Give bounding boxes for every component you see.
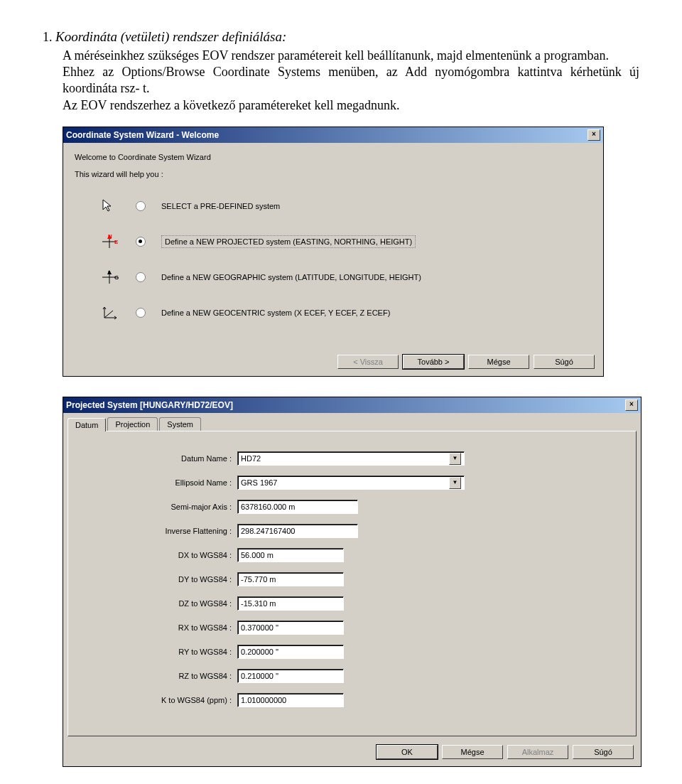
radio-geographic[interactable]: [136, 272, 146, 282]
invflat-field[interactable]: 298.247167400: [237, 524, 358, 538]
dialog-title: Projected System [HUNGARY/HD72/EOV]: [66, 400, 233, 410]
chevron-down-icon[interactable]: ▼: [449, 453, 461, 465]
globe-icon: L G: [100, 269, 120, 285]
ry-field[interactable]: 0.200000 '': [237, 645, 344, 659]
ellipsoid-combo[interactable]: GRS 1967 ▼: [237, 476, 465, 490]
svg-text:G: G: [114, 274, 119, 281]
label-ry: RY to WGS84 :: [75, 648, 237, 656]
ok-button[interactable]: OK: [377, 745, 438, 759]
option-label: Define a NEW GEOGRAPHIC system (LATITUDE…: [161, 273, 421, 281]
option-geocentric[interactable]: Define a NEW GEOCENTRIC system (X ECEF, …: [100, 305, 592, 321]
section-title: Koordináta (vetületi) rendszer definiálá…: [55, 29, 286, 44]
dx-field[interactable]: 56.000 m: [237, 548, 344, 562]
label-dx: DX to WGS84 :: [75, 551, 237, 559]
datum-panel: Datum Name : HD72 ▼ Ellipsoid Name : GRS…: [67, 431, 637, 736]
row-k: K to WGS84 (ppm) : 1.010000000: [75, 693, 629, 707]
tab-projection[interactable]: Projection: [107, 417, 158, 431]
option-label: SELECT a PRE-DEFINED system: [161, 202, 280, 210]
help-text: This wizard will help you :: [75, 170, 592, 178]
label-rz: RZ to WGS84 :: [75, 672, 237, 680]
back-button: < Vissza: [337, 355, 399, 369]
label-k: K to WGS84 (ppm) :: [75, 696, 237, 704]
row-datum-name: Datum Name : HD72 ▼: [75, 451, 629, 466]
datum-name-combo[interactable]: HD72 ▼: [237, 451, 465, 466]
label-semimajor: Semi-major Axis :: [75, 503, 237, 511]
label-invflat: Inverse Flattening :: [75, 527, 237, 535]
titlebar: Projected System [HUNGARY/HD72/EOV] ×: [63, 397, 641, 413]
chevron-down-icon[interactable]: ▼: [449, 477, 461, 489]
close-icon[interactable]: ×: [625, 399, 638, 411]
row-rz: RZ to WGS84 : 0.210000 '': [75, 669, 629, 683]
cursor-icon: [100, 198, 120, 214]
doc-heading: 1. Koordináta (vetületi) rendszer defini…: [43, 28, 639, 46]
row-rx: RX to WGS84 : 0.370000 '': [75, 621, 629, 635]
k-field[interactable]: 1.010000000: [237, 693, 344, 707]
option-projected[interactable]: N E Define a NEW PROJECTED system (EASTI…: [100, 234, 592, 249]
option-label: Define a NEW PROJECTED system (EASTING, …: [161, 235, 416, 248]
label-datum-name: Datum Name :: [75, 454, 237, 463]
rz-field[interactable]: 0.210000 '': [237, 669, 344, 683]
close-icon[interactable]: ×: [588, 129, 600, 141]
row-dz: DZ to WGS84 : -15.310 m: [75, 596, 629, 611]
tab-system[interactable]: System: [159, 417, 201, 431]
list-number: 1.: [43, 30, 53, 44]
projected-system-dialog: Projected System [HUNGARY/HD72/EOV] × Da…: [63, 397, 642, 767]
help-button[interactable]: Súgó: [573, 745, 634, 759]
option-geographic[interactable]: L G Define a NEW GEOGRAPHIC system (LATI…: [100, 269, 592, 285]
svg-text:E: E: [114, 239, 119, 245]
radio-predefined[interactable]: [136, 201, 146, 211]
tab-strip: Datum Projection System: [63, 413, 641, 431]
svg-line-12: [104, 311, 113, 318]
semimajor-field[interactable]: 6378160.000 m: [237, 500, 358, 514]
coord-wizard-dialog: Coordinate System Wizard - Welcome × Wel…: [63, 127, 604, 377]
option-label: Define a NEW GEOCENTRIC system (X ECEF, …: [161, 308, 390, 317]
tab-datum[interactable]: Datum: [67, 418, 106, 431]
radio-geocentric[interactable]: [136, 308, 146, 318]
option-predefined[interactable]: SELECT a PRE-DEFINED system: [100, 198, 592, 214]
compass-icon: N E: [100, 234, 120, 249]
radio-projected[interactable]: [136, 237, 146, 247]
rx-field[interactable]: 0.370000 '': [237, 621, 344, 635]
row-ellipsoid: Ellipsoid Name : GRS 1967 ▼: [75, 476, 629, 490]
welcome-text: Welcome to Coordinate System Wizard: [75, 153, 592, 161]
axes-icon: [100, 305, 120, 321]
label-rx: RX to WGS84 :: [75, 623, 237, 632]
help-button[interactable]: Súgó: [534, 355, 595, 369]
dialog-title: Coordinate System Wizard - Welcome: [66, 130, 219, 140]
row-dy: DY to WGS84 : -75.770 m: [75, 572, 629, 586]
row-ry: RY to WGS84 : 0.200000 '': [75, 645, 629, 659]
label-ellipsoid: Ellipsoid Name :: [75, 478, 237, 487]
label-dy: DY to WGS84 :: [75, 575, 237, 584]
dz-field[interactable]: -15.310 m: [237, 596, 344, 611]
cancel-button[interactable]: Mégse: [442, 745, 503, 759]
dy-field[interactable]: -75.770 m: [237, 572, 344, 586]
doc-paragraph: A méréseinkhez szükséges EOV rendszer pa…: [63, 48, 639, 114]
row-invflat: Inverse Flattening : 298.247167400: [75, 524, 629, 538]
apply-button: Alkalmaz: [507, 745, 568, 759]
next-button[interactable]: Tovább >: [403, 355, 464, 369]
label-dz: DZ to WGS84 :: [75, 599, 237, 608]
cancel-button[interactable]: Mégse: [468, 355, 529, 369]
titlebar: Coordinate System Wizard - Welcome ×: [63, 127, 603, 143]
row-dx: DX to WGS84 : 56.000 m: [75, 548, 629, 562]
row-semimajor: Semi-major Axis : 6378160.000 m: [75, 500, 629, 514]
